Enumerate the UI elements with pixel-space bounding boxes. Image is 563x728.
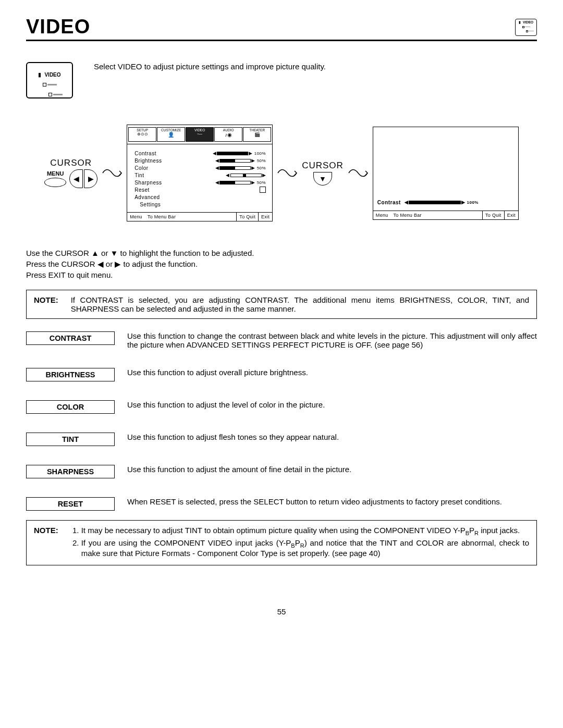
cursor-label-left: CURSOR [50, 158, 92, 168]
osd-body: Contrast◀▶100% Brightness◀▶50% Color◀▶50… [127, 144, 272, 212]
osd-tab-video: VIDEO▫— [186, 127, 214, 142]
video-icon-small: ▮VIDEO [515, 19, 537, 36]
cursor-label-right: CURSOR [302, 161, 344, 171]
page-number: 55 [26, 607, 537, 616]
osd-tab-setup: SETUP⊕⊙⊙ [128, 127, 156, 142]
remote-left: CURSOR MENU ◀ ▶ [44, 158, 97, 188]
osd-val-sharpness: 50% [257, 180, 266, 185]
func-desc-brightness: Use this function to adjust overall pict… [127, 368, 537, 377]
osd-tab-audio: AUDIO♪◉ [214, 127, 242, 142]
function-table: CONTRAST Use this function to change the… [26, 331, 537, 511]
func-label-contrast: CONTRAST [26, 331, 115, 345]
video-icon-small-label: VIDEO [523, 20, 533, 24]
note-2-item-1: It may be necessary to adjust TINT to ob… [81, 526, 529, 536]
osd-item-reset: Reset [134, 187, 260, 193]
osd-footer-menu: Menu [127, 213, 145, 221]
video-icon-large-label: VIDEO [44, 72, 60, 78]
osd-menu-panel: SETUP⊕⊙⊙ CUSTOMIZE👤 VIDEO▫— AUDIO♪◉ THEA… [127, 125, 273, 221]
osd-footer-tomenu: To Menu Bar [145, 213, 236, 221]
osd-item-settings: Settings [134, 202, 266, 207]
instruction-line-1: Use the CURSOR ▲ or ▼ to highlight the f… [26, 248, 537, 258]
osd-item-tint: Tint [134, 172, 226, 178]
osd-detail-footer-exit: Exit [504, 211, 518, 219]
func-label-brightness: BRIGHTNESS [26, 368, 115, 381]
flow-arrow-2 [276, 163, 299, 183]
func-label-color: COLOR [26, 400, 115, 414]
osd-item-advanced: Advanced [134, 194, 266, 200]
func-label-reset: RESET [26, 497, 115, 511]
remote-right: CURSOR ▼ [302, 161, 344, 186]
osd-tab-customize: CUSTOMIZE👤 [157, 127, 185, 142]
osd-footer-exit: Exit [258, 213, 272, 221]
menu-button-icon [44, 178, 66, 187]
menu-label: MENU [47, 170, 64, 177]
osd-tabs: SETUP⊕⊙⊙ CUSTOMIZE👤 VIDEO▫— AUDIO♪◉ THEA… [127, 125, 272, 144]
osd-item-sharpness: Sharpness [134, 180, 215, 186]
flow-arrow-1 [101, 163, 124, 183]
osd-item-brightness: Brightness [134, 158, 215, 164]
osd-item-color: Color [134, 165, 215, 171]
cursor-right-icon: ▶ [84, 169, 97, 188]
video-icon-large: ▮VIDEO [26, 62, 73, 98]
intro-row: ▮VIDEO Select VIDEO to adjust picture se… [26, 62, 537, 98]
osd-detail-footer: Menu To Menu Bar To Quit Exit [373, 211, 518, 219]
func-label-sharpness: SHARPNESS [26, 465, 115, 478]
diagram-area: CURSOR MENU ◀ ▶ SETUP⊕⊙⊙ CUSTOMIZE👤 VIDE… [26, 125, 537, 221]
reset-checkbox-icon [260, 187, 266, 193]
cursor-down-icon: ▼ [313, 172, 332, 186]
osd-detail-value: 100% [467, 200, 479, 205]
note-2-label: NOTE: [34, 526, 58, 560]
func-desc-sharpness: Use this function to adjust the amount o… [127, 465, 537, 474]
instructions: Use the CURSOR ▲ or ▼ to highlight the f… [26, 248, 537, 280]
note-1-label: NOTE: [34, 295, 58, 313]
osd-val-contrast: 100% [254, 151, 266, 156]
note-box-1: NOTE: If CONTRAST is selected, you are a… [26, 290, 537, 319]
flow-arrow-3 [347, 163, 370, 183]
osd-tab-theater: THEATER🎬 [243, 127, 271, 142]
osd-val-color: 50% [257, 166, 266, 170]
note-1-text: If CONTRAST is selected, you are adjusti… [71, 295, 529, 313]
osd-detail-footer-menu: Menu [373, 211, 391, 219]
page-title: VIDEO [26, 16, 90, 38]
osd-footer-toquit: To Quit [236, 213, 258, 221]
instruction-line-3: Press EXIT to quit menu. [26, 269, 537, 280]
osd-footer: Menu To Menu Bar To Quit Exit [127, 212, 272, 221]
osd-detail-footer-toquit: To Quit [482, 211, 504, 219]
instruction-line-2: Press the CURSOR ◀ or ▶ to adjust the fu… [26, 258, 537, 269]
func-label-tint: TINT [26, 433, 115, 446]
osd-detail-label: Contrast [377, 200, 401, 205]
intro-text: Select VIDEO to adjust picture settings … [94, 62, 326, 98]
func-desc-reset: When RESET is selected, press the SELECT… [127, 497, 537, 506]
func-desc-contrast: Use this function to change the contrast… [127, 331, 537, 349]
osd-val-brightness: 50% [257, 158, 266, 163]
func-desc-tint: Use this function to adjust flesh tones … [127, 433, 537, 441]
page-header: VIDEO ▮VIDEO [26, 16, 537, 41]
note-box-2: NOTE: It may be necessary to adjust TINT… [26, 520, 537, 565]
osd-item-contrast: Contrast [134, 151, 213, 156]
osd-detail-footer-tomenu: To Menu Bar [391, 211, 482, 219]
osd-detail-panel: Contrast ◀▶100% Menu To Menu Bar To Quit… [373, 127, 519, 220]
func-desc-color: Use this function to adjust the level of… [127, 400, 537, 409]
note-2-item-2: If you are using the COMPONENT VIDEO inp… [81, 538, 529, 558]
cursor-left-icon: ◀ [69, 169, 83, 188]
